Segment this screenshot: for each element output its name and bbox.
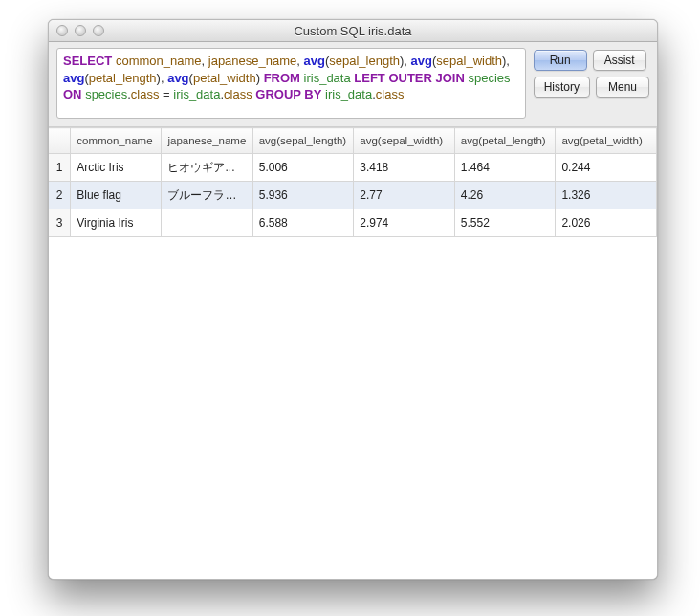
cell-common-name[interactable]: Virginia Iris	[71, 209, 162, 237]
window-title: Custom SQL iris.data	[49, 24, 657, 38]
cell-common-name[interactable]: Blue flag	[71, 182, 162, 209]
zoom-icon[interactable]	[93, 25, 104, 36]
assist-button[interactable]: Assist	[593, 50, 646, 71]
cell-japanese-name[interactable]	[162, 209, 252, 237]
cell-avg-petal-width[interactable]: 0.244	[556, 154, 657, 182]
results-pane: common_name japanese_name avg(sepal_leng…	[49, 127, 657, 580]
col-header-avg-petal-width[interactable]: avg(petal_width)	[556, 128, 657, 154]
toolbar: SELECT common_name, japanese_name, avg(s…	[49, 42, 657, 127]
cell-avg-sepal-width[interactable]: 2.974	[354, 209, 455, 237]
table-header-row: common_name japanese_name avg(sepal_leng…	[49, 128, 657, 154]
run-button[interactable]: Run	[534, 50, 587, 71]
cell-avg-sepal-length[interactable]: 6.588	[252, 209, 354, 237]
history-button[interactable]: History	[534, 77, 590, 98]
table-row[interactable]: 3Virginia Iris6.5882.9745.5522.026	[49, 209, 657, 237]
menu-button[interactable]: Menu	[596, 77, 649, 98]
cell-avg-petal-length[interactable]: 1.464	[454, 154, 556, 182]
col-header-japanese-name[interactable]: japanese_name	[162, 128, 252, 154]
cell-avg-sepal-width[interactable]: 3.418	[354, 154, 455, 182]
col-header-avg-sepal-length[interactable]: avg(sepal_length)	[252, 128, 354, 154]
cell-avg-petal-length[interactable]: 4.26	[454, 182, 556, 209]
cell-japanese-name[interactable]: ブルーフラッグ	[162, 182, 252, 209]
cell-common-name[interactable]: Arctic Iris	[71, 154, 162, 182]
row-number[interactable]: 3	[49, 209, 71, 237]
table-row[interactable]: 2Blue flagブルーフラッグ5.9362.774.261.326	[49, 182, 657, 209]
titlebar[interactable]: Custom SQL iris.data	[49, 20, 657, 42]
cell-avg-sepal-width[interactable]: 2.77	[354, 182, 455, 209]
col-header-avg-petal-length[interactable]: avg(petal_length)	[454, 128, 556, 154]
results-table: common_name japanese_name avg(sepal_leng…	[49, 127, 657, 237]
col-header-avg-sepal-width[interactable]: avg(sepal_width)	[354, 128, 455, 154]
sql-editor[interactable]: SELECT common_name, japanese_name, avg(s…	[56, 48, 526, 119]
row-number[interactable]: 1	[49, 154, 71, 182]
col-header-common-name[interactable]: common_name	[71, 128, 162, 154]
cell-avg-sepal-length[interactable]: 5.936	[252, 182, 354, 209]
traffic-lights	[49, 25, 104, 36]
cell-avg-petal-width[interactable]: 1.326	[556, 182, 657, 209]
row-number-header[interactable]	[49, 128, 71, 154]
close-icon[interactable]	[56, 25, 68, 36]
toolbar-buttons: Run Assist History Menu	[534, 48, 649, 119]
cell-avg-petal-width[interactable]: 2.026	[556, 209, 657, 237]
row-number[interactable]: 2	[49, 182, 71, 209]
minimize-icon[interactable]	[75, 25, 86, 36]
app-window: Custom SQL iris.data SELECT common_name,…	[48, 19, 658, 580]
cell-japanese-name[interactable]: ヒオウギア...	[162, 154, 252, 182]
cell-avg-petal-length[interactable]: 5.552	[454, 209, 556, 237]
cell-avg-sepal-length[interactable]: 5.006	[252, 154, 354, 182]
table-row[interactable]: 1Arctic Irisヒオウギア...5.0063.4181.4640.244	[49, 154, 657, 182]
